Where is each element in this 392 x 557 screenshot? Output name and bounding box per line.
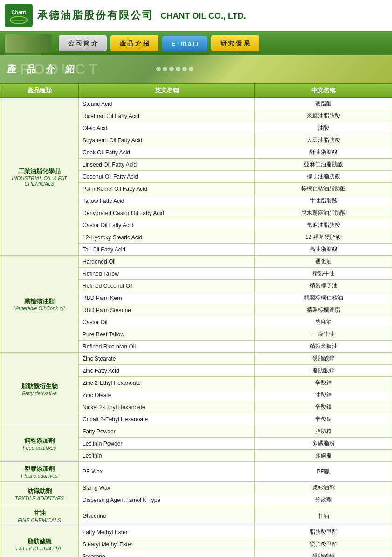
en-name-cell: Refined Coconut Oil	[79, 280, 255, 292]
en-name-cell: Fatty Methyl Ester	[79, 526, 255, 538]
en-name-cell: Hardened Oil	[79, 256, 255, 268]
en-name-cell: Fatty Powder	[79, 425, 255, 438]
en-name-cell: Nickel 2-Ethyl Hexanoate	[79, 401, 255, 413]
en-name-cell: Ricebran Oil Fatty Acid	[79, 110, 255, 122]
zh-name-cell: 脂肪酸鋅	[255, 365, 392, 377]
category-cell: 塑膠添加劑Plastic additives	[0, 462, 79, 482]
nav-company-btn[interactable]: 公 司 簡 介	[59, 35, 107, 51]
zh-name-cell: 分散劑	[255, 494, 392, 506]
zh-name-cell: 甘油	[255, 506, 392, 526]
en-name-cell: PE Wax	[79, 462, 255, 482]
en-name-cell: Glycerine	[79, 506, 255, 526]
en-name-cell: Zinc Stearate	[79, 353, 255, 365]
en-name-cell: Coconut Oil Fatty Acid	[79, 171, 255, 183]
en-name-cell: Stearic Acid	[79, 98, 255, 110]
en-name-cell: Pure Beef Tallow	[79, 328, 255, 341]
zh-name-cell: 硬脂酸甲酯	[255, 538, 392, 550]
zh-name-cell: 蓖麻油	[255, 316, 392, 328]
zh-name-cell: 卵磷脂粉	[255, 438, 392, 450]
en-name-cell: Lecithin Powder	[79, 438, 255, 450]
zh-name-cell: 硬脂酸鋅	[255, 353, 392, 365]
en-name-cell: Stearyl Methyl Ester	[79, 538, 255, 550]
category-cell: 甘油FINE CHEMICALS	[0, 506, 79, 526]
zh-name-cell: 脂肪酸甲酯	[255, 526, 392, 538]
en-name-cell: Linseed Oil Fatty Acid	[79, 159, 255, 171]
en-name-cell: Refined Tallow	[79, 268, 255, 280]
zh-name-cell: 精製椰子油	[255, 280, 392, 292]
en-name-cell: Lecithin	[79, 450, 255, 462]
en-name-cell: Tallow Fatty Acid	[79, 195, 255, 207]
category-cell: 工業油脂化學品INDUSTRIAL OIL & FAT CHEMICALS	[0, 98, 79, 256]
table-row: 工業油脂化學品INDUSTRIAL OIL & FAT CHEMICALSSte…	[0, 98, 392, 110]
navigation: 公 司 簡 介 產 品 介 紹 E - m a i l 研 究 發 展	[0, 32, 392, 55]
zh-name-cell: PE臘	[255, 462, 392, 482]
zh-name-cell: 12-羥基硬脂酸	[255, 231, 392, 244]
en-name-cell: Castor Oil	[79, 316, 255, 328]
zh-name-cell: 精製棕欄硬脂	[255, 304, 392, 316]
product-table-container: 產品種類 英文名稱 中文名稱 工業油脂化學品INDUSTRIAL OIL & F…	[0, 83, 392, 557]
table-row: 紡織助劑TEXTILE ADDITIVESSizing Wax漿紗油劑	[0, 482, 392, 494]
category-cell: 紡織助劑TEXTILE ADDITIVES	[0, 482, 79, 506]
company-title: 承德油脂股份有限公司 CHANT OIL CO., LTD.	[37, 8, 246, 22]
company-logo: Chant	[5, 4, 33, 27]
header: Chant 承德油脂股份有限公司 CHANT OIL CO., LTD.	[0, 0, 392, 32]
zh-name-cell: 油酸鋅	[255, 389, 392, 401]
product-banner: PRODUCT 產 品 介 紹	[0, 55, 392, 83]
product-table: 產品種類 英文名稱 中文名稱 工業油脂化學品INDUSTRIAL OIL & F…	[0, 83, 392, 557]
zh-name-cell: 硬化油	[255, 256, 392, 268]
category-cell: 脂肪酸鹽FATTY DERIVATIVE	[0, 526, 79, 557]
zh-name-cell: 椰子油脂肪酸	[255, 171, 392, 183]
zh-name-cell: 油酸	[255, 122, 392, 134]
zh-name-cell: 脫水蓖麻油脂肪酸	[255, 207, 392, 219]
svg-text:Chant: Chant	[11, 9, 26, 15]
nav-email-btn[interactable]: E - m a i l	[162, 36, 207, 51]
banner-zh-text: 產 品 介 紹	[7, 63, 78, 76]
zh-name-cell: 大豆油脂肪酸	[255, 134, 392, 146]
header-category: 產品種類	[0, 84, 79, 98]
en-name-cell: Palm Kemel Oil Fatty Acid	[79, 183, 255, 195]
zh-name-cell: 米糠油脂肪酸	[255, 110, 392, 122]
en-name-cell: Dispersing Agent Tamol N Type	[79, 494, 255, 506]
en-name-cell: Castor Oil Fatty Acid	[79, 219, 255, 231]
header-en-name: 英文名稱	[79, 84, 255, 98]
table-row: 塑膠添加劑Plastic additivesPE WaxPE臘	[0, 462, 392, 482]
zh-name-cell: 精製牛油	[255, 268, 392, 280]
category-cell: 飼料添加劑Feed additives	[0, 425, 79, 462]
en-name-cell: Zinc Oleate	[79, 389, 255, 401]
en-name-cell: RBD Palm Kern	[79, 292, 255, 304]
zh-name-cell: 脂肪粉	[255, 425, 392, 438]
en-name-cell: Oleic Aicd	[79, 122, 255, 134]
nav-product-btn[interactable]: 產 品 介 紹	[110, 35, 158, 51]
en-name-cell: Cook Oil Fatty Acid	[79, 146, 255, 159]
zh-name-cell: 辛酸鈷	[255, 413, 392, 425]
en-name-cell: Sizing Wax	[79, 482, 255, 494]
zh-name-cell: 高油脂肪酸	[255, 244, 392, 256]
zh-name-cell: 牛油脂肪酸	[255, 195, 392, 207]
table-row: 飼料添加劑Feed additivesFatty Powder脂肪粉	[0, 425, 392, 438]
en-name-cell: Soyabean Oil Fatty Acid	[79, 134, 255, 146]
zh-name-cell: 亞麻仁油脂肪酸	[255, 159, 392, 171]
zh-name-cell: 卵磷脂	[255, 450, 392, 462]
table-row: 動植物油脂Vegetable Oil;Cook oilHardened Oil硬…	[0, 256, 392, 268]
header-zh-name: 中文名稱	[255, 84, 392, 98]
zh-name-cell: 硬脂酸	[255, 98, 392, 110]
zh-name-cell: 蓖麻油脂肪酸	[255, 219, 392, 231]
en-name-cell: Tall Oil Fatty Acid	[79, 244, 255, 256]
table-row: 脂肪酸鹽FATTY DERIVATIVEFatty Methyl Ester脂肪…	[0, 526, 392, 538]
en-name-cell: RBD Palm Stearine	[79, 304, 255, 316]
zh-name-cell: 棕欄仁核油脂肪酸	[255, 183, 392, 195]
en-name-cell: Zinc 2-Ethyl Hexanoate	[79, 377, 255, 389]
zh-name-cell: 硬脂酸酮	[255, 550, 392, 557]
en-name-cell: Cobalt 2-Eehyl Hexanoate	[79, 413, 255, 425]
category-cell: 動植物油脂Vegetable Oil;Cook oil	[0, 256, 79, 353]
category-cell: 脂肪酸衍生物Fatty derivative	[0, 353, 79, 425]
nav-research-btn[interactable]: 研 究 發 展	[211, 35, 259, 51]
en-name-cell: Stearone	[79, 550, 255, 557]
zh-name-cell: 辛酸鎳	[255, 401, 392, 413]
zh-name-cell: 漿紗油劑	[255, 482, 392, 494]
zh-name-cell: 精製米糠油	[255, 341, 392, 353]
zh-name-cell: 辛酸鋅	[255, 377, 392, 389]
table-row: 脂肪酸衍生物Fatty derivativeZinc Stearate硬脂酸鋅	[0, 353, 392, 365]
zh-name-cell: 精製棕欄仁核油	[255, 292, 392, 304]
zh-name-cell: 一級牛油	[255, 328, 392, 341]
